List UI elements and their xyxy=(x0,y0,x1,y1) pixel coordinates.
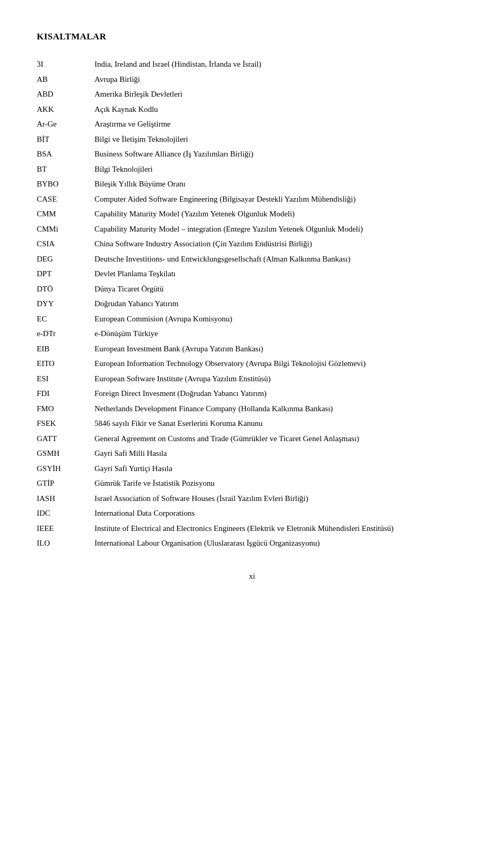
table-row: CMMiCapability Maturity Model – integrat… xyxy=(37,222,467,237)
abbreviation-term: AKK xyxy=(37,102,94,117)
abbreviation-term: DEG xyxy=(37,252,94,267)
page-number: xi xyxy=(249,572,255,580)
abbreviation-term: DTÖ xyxy=(37,281,94,297)
abbreviation-definition: Avrupa Birliği xyxy=(94,72,467,87)
abbreviation-definition: Gümrük Tarife ve İstatistik Pozisyonu xyxy=(94,476,467,491)
abbreviation-definition: Bileşik Yıllık Büyüme Oranı xyxy=(94,176,467,192)
abbreviation-definition: Amerika Birleşik Devletleri xyxy=(94,87,467,102)
abbreviation-term: GTİP xyxy=(37,476,94,491)
abbreviation-term: CSIA xyxy=(37,236,94,252)
table-row: DPTDevlet Planlama Teşkilatı xyxy=(37,266,467,281)
table-row: e-DTre-Dönüşüm Türkiye xyxy=(37,326,467,341)
table-row: BTBilgi Teknolojileri xyxy=(37,162,467,177)
table-row: CSIAChina Software Industry Association … xyxy=(37,236,467,252)
abbreviation-term: EIB xyxy=(37,341,94,357)
abbreviation-term: FDI xyxy=(37,386,94,401)
abbreviation-term: BYBO xyxy=(37,176,94,192)
table-row: Ar-GeAraştırma ve Geliştirme xyxy=(37,117,467,132)
abbreviation-definition: Araştırma ve Geliştirme xyxy=(94,117,467,132)
table-row: IASHIsrael Association of Software House… xyxy=(37,491,467,506)
abbreviation-term: EC xyxy=(37,311,94,327)
abbreviation-definition: Netherlands Development Finance Company … xyxy=(94,401,467,416)
table-row: ABAvrupa Birliği xyxy=(37,72,467,87)
table-row: 3IIndia, Ireland and Israel (Hindistan, … xyxy=(37,57,467,72)
abbreviation-term: DYY xyxy=(37,296,94,311)
abbreviation-term: ABD xyxy=(37,87,94,102)
abbreviation-definition: Bilgi ve İletişim Teknolojileri xyxy=(94,132,467,147)
table-row: GSMHGayri Safi Milli Hasıla xyxy=(37,446,467,461)
abbreviation-term: FMO xyxy=(37,401,94,416)
abbreviation-definition: Business Software Alliance (İş Yazılımla… xyxy=(94,147,467,162)
abbreviation-definition: Dünya Ticaret Örgütü xyxy=(94,281,467,297)
abbreviation-definition: Bilgi Teknolojileri xyxy=(94,162,467,177)
abbreviation-definition: 5846 sayılı Fikir ve Sanat Eserlerini Ko… xyxy=(94,416,467,431)
abbreviation-term: e-DTr xyxy=(37,326,94,341)
abbreviation-definition: India, Ireland and Israel (Hindistan, İr… xyxy=(94,57,467,72)
abbreviation-definition: International Labour Organisation (Ulusl… xyxy=(94,536,467,551)
abbreviation-term: IASH xyxy=(37,491,94,506)
page-title: KISALTMALAR xyxy=(37,32,467,42)
abbreviation-definition: General Agreement on Customs and Trade (… xyxy=(94,431,467,446)
abbreviation-term: GSMH xyxy=(37,446,94,461)
table-row: FDIForeign Direct Invesment (Doğrudan Ya… xyxy=(37,386,467,401)
table-row: GTİPGümrük Tarife ve İstatistik Pozisyon… xyxy=(37,476,467,491)
abbreviation-definition: Devlet Planlama Teşkilatı xyxy=(94,266,467,281)
abbreviation-definition: Computer Aided Software Engineering (Bil… xyxy=(94,192,467,207)
abbreviation-term: Ar-Ge xyxy=(37,117,94,132)
abbreviation-term: FSEK xyxy=(37,416,94,431)
abbreviation-definition: Gayri Safi Milli Hasıla xyxy=(94,446,467,461)
table-row: BYBOBileşik Yıllık Büyüme Oranı xyxy=(37,176,467,192)
abbreviation-definition: European Investment Bank (Avrupa Yatırım… xyxy=(94,341,467,357)
abbreviation-term: DPT xyxy=(37,266,94,281)
table-row: ECEuropean Commision (Avrupa Komisyonu) xyxy=(37,311,467,327)
abbreviation-definition: Gayri Safi Yurtiçi Hasıla xyxy=(94,461,467,476)
table-row: FMONetherlands Development Finance Compa… xyxy=(37,401,467,416)
abbreviation-definition: European Commision (Avrupa Komisyonu) xyxy=(94,311,467,327)
table-row: BSABusiness Software Alliance (İş Yazılı… xyxy=(37,147,467,162)
abbreviation-definition: European Information Technology Observat… xyxy=(94,356,467,371)
table-row: GATTGeneral Agreement on Customs and Tra… xyxy=(37,431,467,446)
table-row: DYYDoğrudan Yabancı Yatırım xyxy=(37,296,467,311)
abbreviation-definition: Deutsche Investitions- und Entwicklungsg… xyxy=(94,252,467,267)
table-row: FSEK5846 sayılı Fikir ve Sanat Eserlerin… xyxy=(37,416,467,431)
abbreviation-term: BT xyxy=(37,162,94,177)
abbreviation-definition: Açık Kaynak Kodlu xyxy=(94,102,467,117)
table-row: ILOInternational Labour Organisation (Ul… xyxy=(37,536,467,551)
abbreviation-definition: European Software Institute (Avrupa Yazı… xyxy=(94,371,467,387)
table-row: AKKAçık Kaynak Kodlu xyxy=(37,102,467,117)
table-row: GSYİHGayri Safi Yurtiçi Hasıla xyxy=(37,461,467,476)
abbreviation-definition: e-Dönüşüm Türkiye xyxy=(94,326,467,341)
table-row: IDCInternational Data Corporations xyxy=(37,506,467,521)
abbreviation-term: CMMi xyxy=(37,222,94,237)
table-row: EIBEuropean Investment Bank (Avrupa Yatı… xyxy=(37,341,467,357)
abbreviation-term: CASE xyxy=(37,192,94,207)
table-row: CMMCapability Maturity Model (Yazılım Ye… xyxy=(37,206,467,222)
abbreviation-definition: Capability Maturity Model – integration … xyxy=(94,222,467,237)
abbreviation-term: 3I xyxy=(37,57,94,72)
abbreviation-definition: China Software Industry Association (Çin… xyxy=(94,236,467,252)
abbreviation-definition: Institute of Electrical and Electronics … xyxy=(94,521,467,536)
abbreviation-term: BİT xyxy=(37,132,94,147)
table-row: IEEEInstitute of Electrical and Electron… xyxy=(37,521,467,536)
table-row: ABDAmerika Birleşik Devletleri xyxy=(37,87,467,102)
abbreviation-term: BSA xyxy=(37,147,94,162)
abbreviation-term: EITO xyxy=(37,356,94,371)
table-row: ESIEuropean Software Institute (Avrupa Y… xyxy=(37,371,467,387)
table-row: DEGDeutsche Investitions- und Entwicklun… xyxy=(37,252,467,267)
abbreviation-term: ESI xyxy=(37,371,94,387)
page-container: KISALTMALAR 3IIndia, Ireland and Israel … xyxy=(37,32,467,581)
abbreviation-term: CMM xyxy=(37,206,94,222)
table-row: CASEComputer Aided Software Engineering … xyxy=(37,192,467,207)
table-row: DTÖDünya Ticaret Örgütü xyxy=(37,281,467,297)
page-footer: xi xyxy=(37,572,467,581)
table-row: EITOEuropean Information Technology Obse… xyxy=(37,356,467,371)
abbreviation-term: IDC xyxy=(37,506,94,521)
abbreviation-term: AB xyxy=(37,72,94,87)
abbreviation-term: ILO xyxy=(37,536,94,551)
abbreviation-definition: Israel Association of Software Houses (İ… xyxy=(94,491,467,506)
abbreviation-term: GSYİH xyxy=(37,461,94,476)
abbreviation-definition: Doğrudan Yabancı Yatırım xyxy=(94,296,467,311)
abbreviation-definition: Capability Maturity Model (Yazılım Yeten… xyxy=(94,206,467,222)
abbreviation-definition: International Data Corporations xyxy=(94,506,467,521)
abbreviations-table: 3IIndia, Ireland and Israel (Hindistan, … xyxy=(37,57,467,551)
